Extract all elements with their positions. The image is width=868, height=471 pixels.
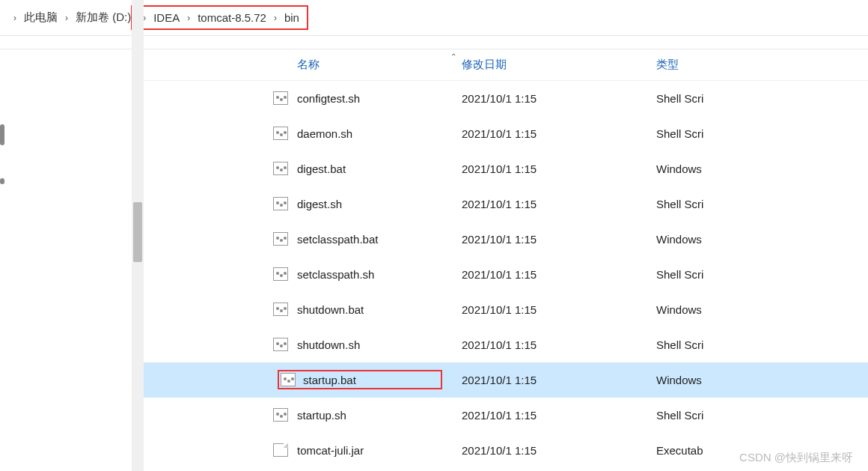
file-name: setclasspath.sh bbox=[297, 268, 462, 281]
file-type: Shell Scri bbox=[656, 338, 868, 351]
file-date: 2021/10/1 1:15 bbox=[462, 198, 656, 210]
script-file-icon bbox=[273, 408, 288, 422]
file-type: Shell Scri bbox=[656, 268, 868, 281]
scrollbar-vertical[interactable] bbox=[132, 0, 144, 471]
script-file-icon bbox=[273, 91, 288, 105]
file-type: Shell Scri bbox=[656, 92, 868, 105]
crumb-idea[interactable]: IDEA bbox=[153, 11, 180, 24]
file-name: configtest.sh bbox=[297, 92, 462, 105]
file-name-highlight: startup.bat bbox=[278, 370, 442, 389]
file-list: configtest.sh2021/10/1 1:15Shell Scridae… bbox=[144, 81, 868, 468]
file-type: Windows bbox=[656, 374, 868, 386]
file-name: shutdown.sh bbox=[297, 338, 462, 351]
column-type[interactable]: 类型 bbox=[656, 58, 868, 72]
tree-marker bbox=[0, 124, 4, 145]
toolbar-strip bbox=[0, 36, 868, 49]
file-date: 2021/10/1 1:15 bbox=[462, 409, 656, 422]
script-file-icon bbox=[273, 338, 288, 351]
tree-marker bbox=[0, 178, 4, 184]
file-name: digest.bat bbox=[297, 162, 462, 175]
column-headers[interactable]: ⌃ 名称 修改日期 类型 bbox=[144, 49, 868, 81]
file-date: 2021/10/1 1:15 bbox=[462, 127, 656, 140]
chevron-right-icon: › bbox=[274, 13, 277, 23]
file-row[interactable]: tomcat-juli.jar2021/10/1 1:15Executab bbox=[144, 433, 868, 468]
scrollbar-thumb[interactable] bbox=[133, 202, 142, 262]
file-name: tomcat-juli.jar bbox=[297, 444, 462, 457]
file-row[interactable]: startup.bat2021/10/1 1:15Windows bbox=[144, 362, 868, 398]
sort-caret-icon: ⌃ bbox=[450, 52, 456, 61]
file-name: startup.bat bbox=[303, 374, 356, 386]
nav-tree-area bbox=[0, 49, 129, 471]
chevron-right-icon: › bbox=[13, 13, 16, 23]
column-date[interactable]: 修改日期 bbox=[462, 58, 656, 72]
jar-file-icon bbox=[273, 443, 288, 457]
file-type: Executab bbox=[656, 444, 868, 457]
file-name: setclasspath.bat bbox=[297, 233, 462, 246]
file-row[interactable]: setclasspath.sh2021/10/1 1:15Shell Scri bbox=[144, 257, 868, 292]
file-date: 2021/10/1 1:15 bbox=[462, 374, 656, 386]
file-date: 2021/10/1 1:15 bbox=[462, 268, 656, 281]
file-list-pane: ⌃ 名称 修改日期 类型 configtest.sh2021/10/1 1:15… bbox=[144, 49, 868, 471]
file-type: Windows bbox=[656, 162, 868, 175]
script-file-icon bbox=[273, 162, 288, 175]
column-name[interactable]: 名称 bbox=[144, 58, 462, 72]
file-type: Windows bbox=[656, 303, 868, 316]
breadcrumb-highlight: › IDEA › tomcat-8.5.72 › bin bbox=[131, 5, 308, 30]
file-date: 2021/10/1 1:15 bbox=[462, 233, 656, 246]
file-date: 2021/10/1 1:15 bbox=[462, 303, 656, 316]
file-row[interactable]: startup.sh2021/10/1 1:15Shell Scri bbox=[144, 398, 868, 433]
file-row[interactable]: configtest.sh2021/10/1 1:15Shell Scri bbox=[144, 81, 868, 116]
file-type: Shell Scri bbox=[656, 127, 868, 140]
file-row[interactable]: shutdown.bat2021/10/1 1:15Windows bbox=[144, 292, 868, 327]
file-date: 2021/10/1 1:15 bbox=[462, 162, 656, 175]
file-name: startup.sh bbox=[297, 409, 462, 422]
script-file-icon bbox=[273, 267, 288, 281]
crumb-bin[interactable]: bin bbox=[284, 11, 299, 24]
crumb-drive-d[interactable]: 新加卷 (D:) bbox=[76, 10, 131, 25]
file-type: Shell Scri bbox=[656, 409, 868, 422]
file-date: 2021/10/1 1:15 bbox=[462, 444, 656, 457]
script-file-icon bbox=[273, 127, 288, 140]
file-date: 2021/10/1 1:15 bbox=[462, 92, 656, 105]
script-file-icon bbox=[273, 303, 288, 316]
crumb-this-pc[interactable]: 此电脑 bbox=[24, 10, 58, 25]
chevron-right-icon: › bbox=[65, 13, 68, 23]
script-file-icon bbox=[281, 373, 296, 386]
crumb-tomcat[interactable]: tomcat-8.5.72 bbox=[198, 11, 266, 24]
script-file-icon bbox=[273, 232, 288, 246]
breadcrumb[interactable]: › 此电脑 › 新加卷 (D:) › IDEA › tomcat-8.5.72 … bbox=[0, 0, 868, 36]
file-name: shutdown.bat bbox=[297, 303, 462, 316]
file-row[interactable]: setclasspath.bat2021/10/1 1:15Windows bbox=[144, 222, 868, 257]
file-row[interactable]: digest.sh2021/10/1 1:15Shell Scri bbox=[144, 186, 868, 222]
file-date: 2021/10/1 1:15 bbox=[462, 338, 656, 351]
chevron-right-icon: › bbox=[187, 13, 190, 23]
file-name: digest.sh bbox=[297, 198, 462, 210]
file-row[interactable]: shutdown.sh2021/10/1 1:15Shell Scri bbox=[144, 327, 868, 362]
file-row[interactable]: daemon.sh2021/10/1 1:15Shell Scri bbox=[144, 116, 868, 151]
file-row[interactable]: digest.bat2021/10/1 1:15Windows bbox=[144, 151, 868, 186]
file-type: Shell Scri bbox=[656, 198, 868, 210]
file-name: daemon.sh bbox=[297, 127, 462, 140]
script-file-icon bbox=[273, 197, 288, 210]
file-type: Windows bbox=[656, 233, 868, 246]
